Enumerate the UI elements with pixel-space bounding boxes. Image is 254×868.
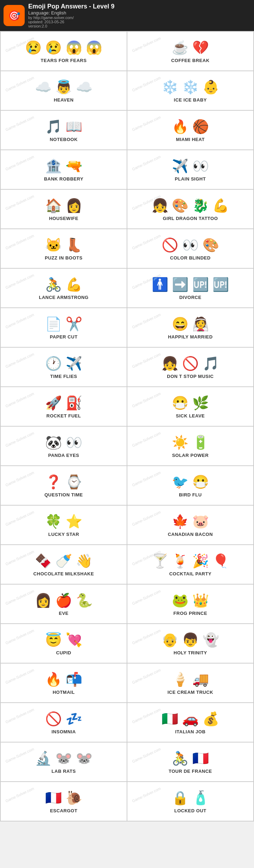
puzzle-cell: ✈️ 👀PLAIN SIGHTGame-Solver.com [127,150,253,189]
puzzle-cell: 😢 😢 😱 😱TEARS FOR FEARSGame-Solver.com [1,32,127,71]
watermark: Game-Solver.com [5,786,35,803]
cell-emojis: ☀️ 🔋 [172,435,209,451]
cell-answer: PAPER CUT [50,334,78,340]
puzzle-cell: 🍫 🍼 👋CHOCOLATE MILKSHAKEGame-Solver.com [1,545,127,584]
watermark: Game-Solver.com [5,589,35,606]
cell-answer: BANK ROBBERY [44,176,84,182]
puzzle-cell: 👧 🚫 🎵DON T STOP MUSICGame-Solver.com [127,348,253,386]
app-title: Emoji Pop Answers - Level 9 [28,3,114,10]
puzzle-cell: ❄️ ❄️ 👶ICE ICE BABYGame-Solver.com [127,71,253,110]
watermark: Game-Solver.com [132,510,162,527]
cell-emojis: 🚴 🇫🇷 [172,751,209,767]
watermark: Game-Solver.com [5,312,35,329]
puzzle-cell: 🍁 🐷CANADIAN BACONGame-Solver.com [127,506,253,544]
puzzle-cell: 👴 👦 👻HOLY TRINITYGame-Solver.com [127,624,253,663]
puzzle-cell: 🇮🇹 🚗 💰ITALIAN JOBGame-Solver.com [127,703,253,742]
cell-answer: LANCE ARMSTRONG [39,295,89,300]
cell-answer: CANADIAN BACON [168,532,213,537]
watermark: Game-Solver.com [5,510,35,527]
cell-answer: DON T STOP MUSIC [167,374,213,379]
cell-answer: HAPPILY MARRIED [168,334,213,340]
cell-answer: HOLY TRINITY [174,650,207,655]
watermark: Game-Solver.com [132,668,162,685]
puzzle-cell: 🎵 📖NOTEBOOKGame-Solver.com [1,111,127,149]
puzzle-cell: 🏦 🔫BANK ROBBERYGame-Solver.com [1,150,127,189]
puzzle-cell: ☁️ 👼 ☁️HEAVENGame-Solver.com [1,71,127,110]
watermark: Game-Solver.com [132,786,162,803]
language: Language: English [28,10,114,16]
watermark: Game-Solver.com [132,233,162,250]
puzzle-cell: 🔥 🏀MIAMI HEATGame-Solver.com [127,111,253,149]
watermark: Game-Solver.com [132,470,162,487]
cell-answer: TIME FLIES [50,374,77,379]
cell-answer: FROG PRINCE [174,611,207,616]
watermark: Game-Solver.com [5,194,35,211]
cell-answer: PLAIN SIGHT [175,176,206,182]
cell-emojis: 🐱 👢 [45,237,82,253]
cell-emojis: 🚫 👀 🎨 [162,237,219,253]
watermark: Game-Solver.com [132,75,162,92]
watermark: Game-Solver.com [132,628,162,645]
cell-emojis: 🍸 🍹 🎉 🎈 [152,553,229,569]
watermark: Game-Solver.com [5,75,35,92]
cell-answer: COLOR BLINDED [170,255,211,261]
puzzle-cell: 😷 🌿SICK LEAVEGame-Solver.com [127,387,253,426]
cell-emojis: 🚀 ⛽ [45,395,82,411]
puzzle-cell: 😇 💘CUPIDGame-Solver.com [1,624,127,663]
puzzle-cell: 🍀 ⭐LUCKY STARGame-Solver.com [1,506,127,544]
version: version:2.0 [28,24,114,28]
header: 🎯 Emoji Pop Answers - Level 9 Language: … [0,0,254,31]
cell-answer: DIVORCE [179,295,201,300]
watermark: Game-Solver.com [132,431,162,448]
cell-answer: SICK LEAVE [176,413,205,418]
cell-answer: MIAMI HEAT [176,137,205,142]
cell-emojis: 🔥 🏀 [172,119,209,135]
puzzle-cell: 🐸 👑FROG PRINCEGame-Solver.com [127,585,253,623]
puzzle-cell: 🏠 👩HOUSEWIFEGame-Solver.com [1,190,127,228]
watermark: Game-Solver.com [5,352,35,369]
cell-emojis: 😢 😢 😱 😱 [25,40,103,56]
by-url: by http://game-solver.com/ [28,16,114,20]
puzzle-cell: ☀️ 🔋SOLAR POWERGame-Solver.com [127,427,253,465]
watermark: Game-Solver.com [132,391,162,408]
cell-answer: HOTMAIL [53,690,75,695]
cell-emojis: 🐦 😷 [172,474,209,490]
updated: updated: 2013-05-26 [28,20,114,24]
cell-answer: GIRL DRAGON TATTOO [163,216,218,221]
puzzle-cell: 🍦 🚚ICE CREAM TRUCKGame-Solver.com [127,664,253,702]
cell-emojis: 🏦 🔫 [45,158,82,175]
watermark: Game-Solver.com [5,431,35,448]
cell-emojis: 🚫 💤 [45,711,82,727]
cell-emojis: 👧 🎨 🐉 💪 [152,198,229,214]
cell-answer: CUPID [56,650,71,655]
cell-emojis: 🎵 📖 [45,119,82,135]
puzzle-cell: 🚴 💪LANCE ARMSTRONGGame-Solver.com [1,269,127,307]
cell-emojis: ☁️ 👼 ☁️ [35,79,92,96]
cell-answer: LOCKED OUT [174,808,206,813]
cell-answer: SOLAR POWER [172,453,209,458]
watermark: Game-Solver.com [132,352,162,369]
puzzle-cell: 🍸 🍹 🎉 🎈COCKTAIL PARTYGame-Solver.com [127,545,253,584]
app-icon: 🎯 [4,5,25,26]
watermark: Game-Solver.com [132,36,162,53]
puzzle-cell: 🔒 🧴LOCKED OUTGame-Solver.com [127,782,253,821]
cell-answer: HEAVEN [54,97,73,103]
watermark: Game-Solver.com [132,589,162,606]
cell-emojis: 🇮🇹 🚗 💰 [162,711,219,727]
puzzle-cell: 📄 ✂️PAPER CUTGame-Solver.com [1,308,127,347]
cell-emojis: 🕐 ✈️ [45,356,82,372]
puzzle-cell: 🚴 🇫🇷TOUR DE FRANCEGame-Solver.com [127,742,253,781]
cell-emojis: 😇 💘 [45,632,82,648]
cell-emojis: 📄 ✂️ [45,316,82,332]
cell-emojis: 🍁 🐷 [172,514,209,530]
puzzle-cell: 😄 👰HAPPILY MARRIEDGame-Solver.com [127,308,253,347]
cell-answer: COFFEE BREAK [171,58,210,63]
watermark: Game-Solver.com [5,747,35,764]
puzzle-cell: 🚫 👀 🎨COLOR BLINDEDGame-Solver.com [127,229,253,268]
puzzle-grid: 😢 😢 😱 😱TEARS FOR FEARSGame-Solver.com☕ 💔… [0,31,254,821]
watermark: Game-Solver.com [5,233,35,250]
cell-answer: COCKTAIL PARTY [169,571,212,576]
puzzle-cell: 🇫🇷 🐌ESCARGOTGame-Solver.com [1,782,127,821]
watermark: Game-Solver.com [5,549,35,566]
cell-answer: ICE ICE BABY [174,97,207,103]
